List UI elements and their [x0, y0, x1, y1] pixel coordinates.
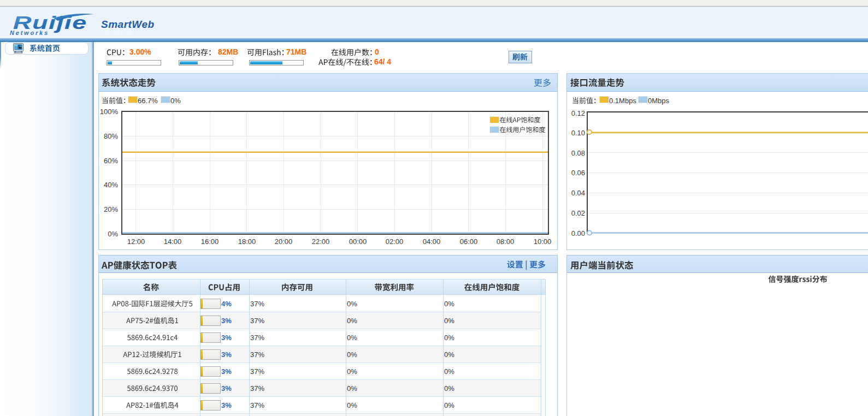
svg-text:Networks: Networks — [10, 29, 49, 36]
